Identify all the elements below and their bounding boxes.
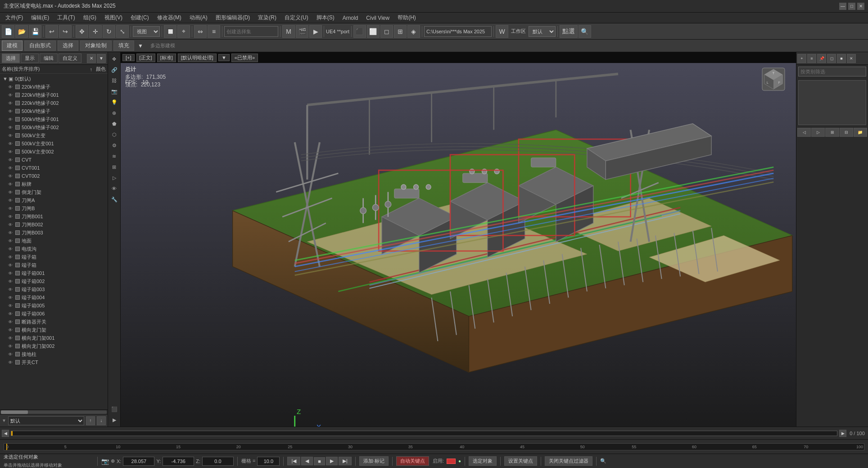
rp-object-icon[interactable]: ◻ bbox=[827, 54, 836, 63]
visibility-icon[interactable]: 👁 bbox=[8, 336, 14, 341]
menu-item-5[interactable]: 创建(C) bbox=[127, 13, 153, 22]
tree-item[interactable]: 👁 刀闸B002 bbox=[1, 220, 107, 229]
path-input[interactable] bbox=[424, 26, 492, 37]
tool-select[interactable]: ✥ bbox=[109, 54, 119, 64]
tree-item[interactable]: 👁 CVT002 bbox=[1, 172, 107, 180]
menu-item-14[interactable]: 帮助(H) bbox=[394, 13, 420, 22]
tree-item[interactable]: 👁 500kV主变 bbox=[1, 131, 107, 140]
auto-key-btn[interactable]: 自动关键点 bbox=[396, 456, 429, 466]
tree-item[interactable]: 👁 CVT001 bbox=[1, 164, 107, 172]
playback-play[interactable]: ▶ bbox=[326, 457, 338, 465]
toolbar-open[interactable]: 📂 bbox=[15, 25, 28, 38]
add-marker-btn[interactable]: 添加·标记 bbox=[359, 456, 389, 466]
toolbar-mirror[interactable]: ⇔ bbox=[194, 25, 207, 38]
visibility-icon[interactable]: 👁 bbox=[8, 222, 14, 227]
view-dropdown[interactable]: 视图 bbox=[133, 26, 160, 37]
visibility-icon[interactable]: 👁 bbox=[8, 133, 14, 138]
menu-item-13[interactable]: Civil View bbox=[362, 14, 393, 22]
tree-item[interactable]: 👁 接地柱 bbox=[1, 350, 107, 358]
lp-tab-customize[interactable]: 自定义 bbox=[59, 54, 81, 63]
tree-item[interactable]: 👁 地面 bbox=[1, 237, 107, 245]
tree-item[interactable]: 👁 端子箱 bbox=[1, 253, 107, 261]
visibility-icon[interactable]: 👁 bbox=[8, 174, 14, 179]
lp-sort-asc[interactable]: ↑ bbox=[86, 416, 95, 425]
rp-menu-icon[interactable]: ≡ bbox=[807, 54, 816, 63]
toolbar-undo[interactable]: ↩ bbox=[45, 25, 58, 38]
tree-item[interactable]: 👁 500kV绝缘子001 bbox=[1, 115, 107, 123]
toolbar-select[interactable]: ✥ bbox=[76, 25, 88, 38]
tree-item[interactable]: 👁 端子箱006 bbox=[1, 310, 107, 318]
tool-unlink[interactable]: ⛓ bbox=[109, 76, 119, 86]
playback-prev[interactable]: ◀ bbox=[301, 457, 313, 465]
tree-item[interactable]: 👁 端子箱005 bbox=[1, 302, 107, 310]
sub-btn-objpaint[interactable]: 对象绘制 bbox=[80, 40, 112, 51]
tree-item[interactable]: 👁 端子箱001 bbox=[1, 269, 107, 277]
toolbar-angle-snap[interactable]: ⌖ bbox=[177, 25, 190, 38]
menu-item-9[interactable]: 宣染(R) bbox=[254, 13, 280, 22]
visibility-icon[interactable]: 👁 bbox=[8, 328, 14, 333]
layer-select[interactable]: 默认 bbox=[8, 416, 84, 425]
menu-item-6[interactable]: 修改器(M) bbox=[154, 13, 185, 22]
menu-item-12[interactable]: Arnold bbox=[339, 14, 362, 22]
tree-item[interactable]: 👁 横向龙门架002 bbox=[1, 342, 107, 350]
toolbar-snap[interactable]: 🔲 bbox=[164, 25, 176, 38]
menu-item-0[interactable]: 文件(F) bbox=[2, 13, 27, 22]
rp-tab-next[interactable]: ▷ bbox=[811, 128, 825, 137]
vp-btn-disabled[interactable]: «已禁用» bbox=[231, 54, 258, 62]
tool-display[interactable]: 👁 bbox=[109, 184, 119, 194]
tool-light[interactable]: 💡 bbox=[109, 97, 119, 107]
visibility-icon[interactable]: 👁 bbox=[8, 238, 14, 243]
tool-helpers[interactable]: ⊕ bbox=[109, 108, 119, 118]
y-input[interactable] bbox=[163, 457, 194, 466]
rp-pin-icon[interactable]: 📌 bbox=[817, 54, 826, 63]
sub-btn-populate[interactable]: 填充 bbox=[113, 40, 134, 51]
toolbar-redo[interactable]: ↪ bbox=[59, 25, 72, 38]
tree-item[interactable]: 👁 刀闸A bbox=[1, 196, 107, 204]
tree-item[interactable]: 👁 开关CT bbox=[1, 358, 107, 366]
tree-item[interactable]: 👁 500kV绝缘子 bbox=[1, 107, 107, 115]
sub-btn-modeling[interactable]: 建模 bbox=[2, 40, 23, 51]
search-icon[interactable]: 🔍 bbox=[600, 458, 606, 464]
rp-add-icon[interactable]: + bbox=[797, 54, 806, 63]
menu-item-3[interactable]: 组(G) bbox=[80, 13, 100, 22]
maximize-btn[interactable]: □ bbox=[848, 3, 855, 10]
visibility-icon[interactable]: 👁 bbox=[8, 125, 14, 130]
workspace-dropdown[interactable]: 默认 bbox=[529, 26, 556, 37]
rp-tab-file[interactable]: 📁 bbox=[854, 128, 867, 137]
visibility-icon[interactable]: 👁 bbox=[8, 101, 14, 106]
toolbar-extra2[interactable]: ⬜ bbox=[367, 25, 380, 38]
tree-item[interactable]: 👁 CVT bbox=[1, 156, 107, 164]
tool-shapes[interactable]: ⬟ bbox=[109, 119, 119, 129]
visibility-icon[interactable]: 👁 bbox=[8, 295, 14, 300]
lp-scroll-thumb[interactable] bbox=[1, 410, 28, 414]
visibility-icon[interactable]: 👁 bbox=[8, 149, 14, 154]
tool-geo[interactable]: ⬡ bbox=[109, 130, 119, 140]
lp-sort-desc[interactable]: ↓ bbox=[97, 416, 106, 425]
visibility-icon[interactable]: 👁 bbox=[8, 303, 14, 308]
tree-item[interactable]: 👁 刀闸B bbox=[1, 204, 107, 212]
toolbar-new[interactable]: 📄 bbox=[2, 25, 14, 38]
visibility-icon[interactable]: 👁 bbox=[8, 279, 14, 284]
vp-btn-view[interactable]: [正文] bbox=[136, 54, 155, 62]
toolbar-extra5[interactable]: ◈ bbox=[407, 25, 420, 38]
tree-item[interactable]: 👁 刀闸B003 bbox=[1, 229, 107, 237]
visibility-icon[interactable]: 👁 bbox=[8, 158, 14, 162]
toolbar-align[interactable]: ≡ bbox=[208, 25, 220, 38]
toolbar-extra1[interactable]: ⬛ bbox=[353, 25, 366, 38]
visibility-icon[interactable]: 👁 bbox=[8, 255, 14, 260]
toolbar-extra4[interactable]: ⊞ bbox=[394, 25, 407, 38]
menu-item-7[interactable]: 动画(A) bbox=[186, 13, 211, 22]
vp-btn-shading[interactable]: [默认明暗处理] bbox=[178, 54, 217, 62]
lp-tab-select[interactable]: 选择 bbox=[2, 54, 20, 63]
visibility-icon[interactable]: 👁 bbox=[8, 117, 14, 122]
visibility-icon[interactable]: 👁 bbox=[8, 360, 14, 365]
toolbar-move[interactable]: ✛ bbox=[89, 25, 102, 38]
lp-tab-display[interactable]: 显示 bbox=[21, 54, 39, 63]
minimize-btn[interactable]: — bbox=[839, 3, 846, 10]
vp-btn-dropdown[interactable]: ▼ bbox=[218, 54, 230, 61]
progress-track[interactable] bbox=[11, 431, 837, 436]
toolbar-extra3[interactable]: ◻ bbox=[380, 25, 393, 38]
tool-camera[interactable]: 📷 bbox=[109, 86, 119, 96]
tree-item[interactable]: 👁 倒龙门架 bbox=[1, 188, 107, 196]
filter-keys-btn[interactable]: 关闭关键点过滤器 bbox=[545, 456, 592, 466]
